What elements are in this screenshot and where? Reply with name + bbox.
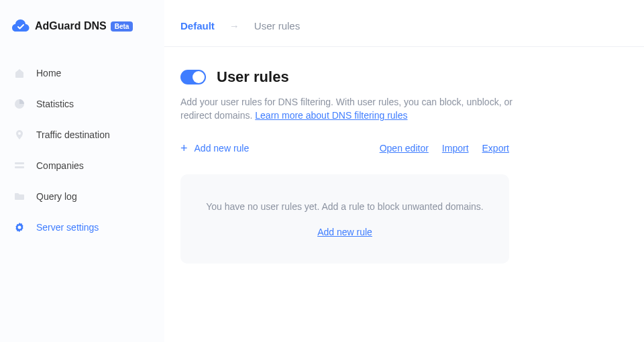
sidebar-item-traffic-destination[interactable]: Traffic destination [0, 119, 164, 150]
sidebar-item-statistics[interactable]: Statistics [0, 89, 164, 119]
logo: AdGuard DNS Beta [0, 19, 164, 54]
toggle-knob [193, 71, 205, 83]
sidebar-item-home[interactable]: Home [0, 58, 164, 89]
sidebar-item-label: Server settings [36, 222, 99, 233]
main: Default → User rules User rules Add your… [164, 0, 644, 342]
sidebar-item-label: Traffic destination [36, 129, 110, 140]
sidebar-item-label: Statistics [36, 99, 74, 109]
svg-point-4 [18, 226, 21, 229]
svg-rect-2 [15, 162, 24, 164]
sidebar-item-label: Companies [36, 160, 84, 171]
arrow-right-icon: → [229, 20, 239, 32]
sidebar-item-companies[interactable]: Companies [0, 150, 164, 181]
pin-icon [13, 129, 25, 141]
sidebar-item-query-log[interactable]: Query log [0, 181, 164, 212]
export-link[interactable]: Export [482, 143, 509, 154]
action-links: Open editor Import Export [380, 143, 509, 154]
plus-icon: + [180, 141, 188, 156]
svg-rect-3 [15, 166, 24, 168]
sidebar-item-label: Home [36, 68, 61, 78]
breadcrumb-current: User rules [254, 20, 300, 32]
sidebar-item-server-settings[interactable]: Server settings [0, 212, 164, 243]
action-row: + Add new rule Open editor Import Export [180, 141, 509, 156]
title-row: User rules [180, 68, 628, 86]
beta-badge: Beta [111, 21, 133, 32]
breadcrumb-root[interactable]: Default [180, 20, 215, 32]
user-rules-toggle[interactable] [180, 70, 206, 84]
description: Add your user rules for DNS filtering. W… [180, 95, 516, 123]
import-link[interactable]: Import [442, 143, 469, 154]
empty-text: You have no user rules yet. Add a rule t… [197, 200, 493, 214]
add-new-rule-button[interactable]: + Add new rule [180, 141, 249, 156]
list-icon [13, 160, 25, 172]
cloud-check-icon [12, 19, 30, 34]
svg-point-1 [18, 132, 21, 135]
sidebar: AdGuard DNS Beta Home Statistics Traffic… [0, 0, 164, 342]
folder-icon [13, 190, 25, 203]
learn-more-link[interactable]: Learn more about DNS filtering rules [255, 110, 407, 121]
breadcrumb: Default → User rules [164, 0, 644, 47]
empty-add-rule-link[interactable]: Add new rule [317, 227, 372, 237]
logo-text: AdGuard DNS [35, 20, 107, 32]
page-title: User rules [217, 68, 289, 86]
content: User rules Add your user rules for DNS f… [164, 47, 644, 285]
home-icon [13, 67, 25, 79]
sidebar-item-label: Query log [36, 191, 77, 202]
gear-icon [13, 221, 25, 233]
pie-chart-icon [13, 98, 25, 110]
add-rule-label: Add new rule [195, 143, 250, 154]
empty-state: You have no user rules yet. Add a rule t… [180, 174, 509, 264]
open-editor-link[interactable]: Open editor [380, 143, 429, 154]
nav: Home Statistics Traffic destination Comp… [0, 54, 164, 243]
